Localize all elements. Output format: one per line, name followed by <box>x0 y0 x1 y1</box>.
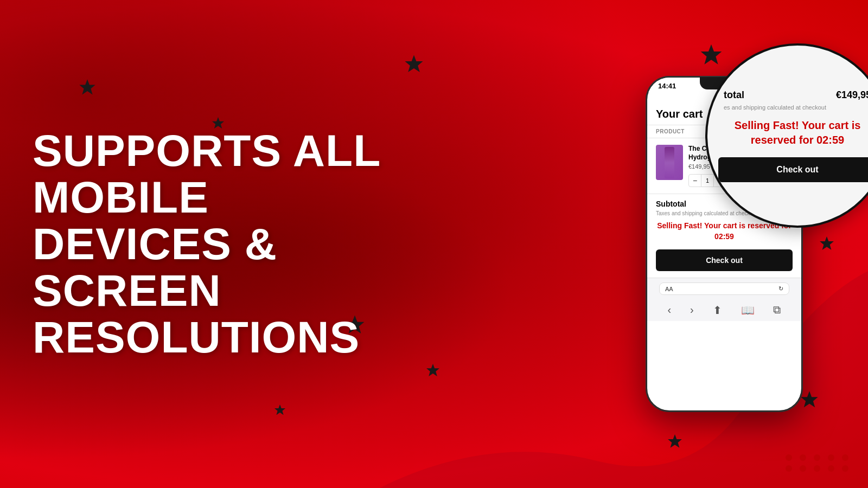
address-input[interactable]: AA ↻ <box>659 282 789 295</box>
qty-decrease-button[interactable]: − <box>689 175 701 187</box>
browser-address-bar: AA ↻ <box>647 278 801 299</box>
heading-line1: SUPPORTS ALL <box>33 126 381 175</box>
cart-title: Your cart <box>656 108 703 120</box>
browser-navigation: ‹ › ⬆ 📖 ⧉ <box>647 299 801 321</box>
back-icon[interactable]: ‹ <box>667 304 671 317</box>
star-icon <box>700 43 723 68</box>
bookmarks-icon[interactable]: 📖 <box>741 304 755 317</box>
star-icon <box>800 390 819 411</box>
col-product: PRODUCT <box>656 129 685 134</box>
dot <box>828 454 834 461</box>
magnify-checkout-button[interactable]: Check out <box>718 157 868 182</box>
quantity-value: 1 <box>701 175 714 187</box>
dot <box>842 465 848 472</box>
magnify-selling-fast: Selling Fast! Your cart is reserved for … <box>707 118 868 147</box>
star-icon <box>819 236 834 253</box>
dot <box>814 454 820 461</box>
dot <box>814 465 820 472</box>
heading-line4: RESOLUTIONS <box>33 312 360 362</box>
item-image <box>656 145 683 180</box>
share-icon[interactable]: ⬆ <box>713 304 722 317</box>
snowboard-image <box>665 147 674 178</box>
left-section: SUPPORTS ALL MOBILE DEVICES & SCREEN RES… <box>33 127 385 361</box>
star-icon <box>667 434 682 451</box>
right-section: 14:41 ▌▌ ▶ 🛜 82+ Your cart ✕ PRODUCT TOT… <box>646 76 803 412</box>
address-text: AA <box>665 286 673 292</box>
star-icon <box>426 363 440 380</box>
magnify-tax-note: es and shipping calculated at checkout <box>707 104 868 111</box>
checkout-button[interactable]: Check out <box>656 249 793 271</box>
dot <box>828 465 834 472</box>
star-icon <box>274 404 286 418</box>
subtotal-label: Subtotal <box>656 200 686 208</box>
decorative-dots <box>786 454 852 472</box>
dot <box>800 454 806 461</box>
heading-line2: MOBILE DEVICES & <box>33 172 277 268</box>
dot <box>786 465 792 472</box>
refresh-icon[interactable]: ↻ <box>778 285 783 292</box>
main-heading: SUPPORTS ALL MOBILE DEVICES & SCREEN RES… <box>33 127 385 361</box>
dot <box>800 465 806 472</box>
heading-line3: SCREEN <box>33 266 221 315</box>
magnify-total-row: total €149,95 <box>707 89 868 101</box>
dot <box>842 454 848 461</box>
star-icon <box>404 54 424 76</box>
magnify-total-value: €149,95 <box>836 89 868 101</box>
star-icon <box>79 79 96 98</box>
status-time: 14:41 <box>658 82 676 90</box>
tabs-icon[interactable]: ⧉ <box>773 304 781 317</box>
forward-icon[interactable]: › <box>690 304 694 317</box>
magnify-total-label: total <box>724 89 744 101</box>
dot <box>786 454 792 461</box>
